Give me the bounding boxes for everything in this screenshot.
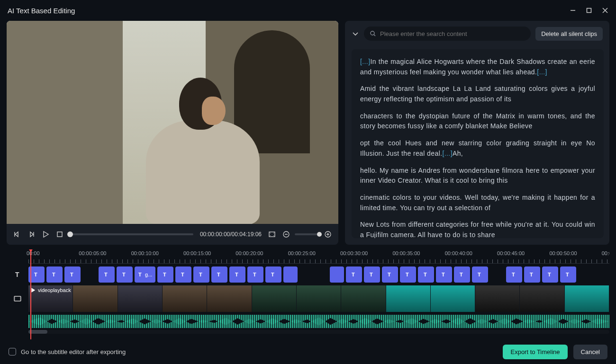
transcript-panel: Delete all silent clips [...]In the magi… [345, 21, 609, 245]
transcript-line[interactable]: Ah, [453, 150, 463, 157]
zoom-in-icon[interactable] [324, 231, 332, 238]
ruler-label: 00:00:30:00 [340, 250, 368, 256]
ellipsis-marker: [...] [537, 68, 547, 76]
text-clip[interactable]: T [117, 266, 133, 283]
text-clip-gap [490, 266, 504, 283]
chevron-down-icon[interactable] [352, 30, 359, 37]
delete-silent-button[interactable]: Delete all silent clips [535, 27, 603, 41]
ruler-label: 00:00 [27, 250, 40, 256]
text-clip[interactable]: T [229, 266, 245, 283]
transcript-line[interactable]: hello. My name is Andres from wondershar… [360, 166, 595, 186]
text-clip[interactable]: T [46, 266, 63, 283]
svg-rect-48 [14, 296, 21, 301]
text-clip[interactable]: T [400, 266, 416, 283]
text-clip[interactable]: T [346, 266, 362, 283]
text-clip[interactable]: T [454, 266, 470, 283]
text-clip[interactable]: T [524, 266, 540, 283]
play-icon[interactable] [42, 231, 49, 238]
svg-text:T: T [217, 272, 220, 277]
svg-text:T: T [199, 272, 202, 277]
text-clip[interactable]: T [211, 266, 227, 283]
transcript-line[interactable]: opt the cool Hues and new starring color… [360, 139, 595, 157]
stop-icon[interactable] [56, 231, 63, 238]
transcript-line[interactable]: In the magical Alice Hogwarts where the … [360, 58, 595, 76]
ruler-label: 00:00:10:00 [131, 250, 159, 256]
video-clip[interactable]: videoplayback [28, 285, 609, 312]
text-clip[interactable]: T [436, 266, 452, 283]
zoom-out-icon[interactable] [282, 231, 290, 238]
video-track-icon [7, 285, 28, 312]
text-clip[interactable]: T [382, 266, 398, 283]
ruler-label: 00:00:45:00 [497, 250, 525, 256]
svg-line-13 [270, 235, 271, 236]
cancel-button[interactable]: Cancel [573, 345, 607, 359]
timeline-panel: 00:00 00:00:05:00 00:00:10:00 00:00:15:0… [7, 249, 609, 339]
svg-marker-4 [15, 232, 18, 237]
svg-text:T: T [235, 272, 238, 277]
ellipsis-marker: [...] [442, 150, 452, 157]
text-clip[interactable]: Tg... [135, 266, 155, 283]
text-clip-gap [82, 266, 97, 283]
transcript-line[interactable]: cinematic colors to your videos. Well to… [360, 193, 595, 213]
transcript-line[interactable]: characters to the dystopian future of th… [360, 111, 595, 132]
timeline-ruler[interactable]: 00:00 00:00:05:00 00:00:10:00 00:00:15:0… [28, 249, 609, 264]
prev-frame-icon[interactable] [13, 231, 21, 238]
zoom-slider[interactable] [295, 233, 319, 235]
ruler-label: 00:00:25:00 [288, 250, 316, 256]
next-frame-icon[interactable] [27, 231, 35, 238]
svg-text:T: T [138, 272, 142, 277]
svg-rect-50 [20, 296, 21, 301]
transcript-header: Delete all silent clips [345, 21, 609, 46]
text-clip[interactable]: T [265, 266, 281, 283]
svg-text:T: T [512, 272, 515, 277]
text-clip[interactable]: T [99, 266, 115, 283]
video-clip-label: videoplayback [30, 287, 71, 293]
svg-text:T: T [406, 272, 409, 277]
progress-slider[interactable] [70, 233, 193, 235]
ruler-label: 00:00:20:00 [236, 250, 263, 256]
text-track: T T T T T T Tg... T T T T T T T T T T T … [7, 266, 609, 283]
text-clip[interactable]: T [418, 266, 434, 283]
text-clip[interactable]: T [64, 266, 81, 283]
text-clip[interactable]: T [157, 266, 173, 283]
svg-text:T: T [530, 272, 533, 277]
subtitle-editor-checkbox[interactable] [9, 348, 16, 355]
search-box[interactable] [364, 27, 531, 41]
text-clip[interactable]: T [472, 266, 488, 283]
text-clip[interactable]: T [506, 266, 522, 283]
text-clip[interactable] [283, 266, 298, 283]
export-button[interactable]: Export to Timeline [503, 345, 567, 359]
text-clip[interactable]: T [560, 266, 576, 283]
svg-text:T: T [163, 272, 166, 277]
svg-text:T: T [122, 272, 126, 277]
audio-waveform[interactable] [28, 315, 609, 328]
timeline-scrollbar[interactable] [28, 330, 609, 334]
svg-marker-6 [30, 232, 33, 237]
svg-text:T: T [70, 272, 73, 277]
transcript-line[interactable]: New Lots from different categories for f… [360, 220, 595, 238]
transcript-body[interactable]: [...]In the magical Alice Hogwarts where… [352, 49, 604, 238]
video-preview[interactable] [7, 21, 338, 224]
text-clip[interactable]: T [193, 266, 209, 283]
svg-line-14 [273, 235, 274, 236]
video-track: videoplayback [7, 285, 609, 312]
main-area: 00:00:00:00/00:04:19:06 Delete all silen… [0, 21, 616, 245]
text-clip[interactable]: T [364, 266, 380, 283]
minimize-icon[interactable] [570, 7, 576, 14]
text-clip[interactable]: T [542, 266, 558, 283]
playhead[interactable] [30, 249, 31, 339]
svg-line-11 [270, 233, 271, 234]
search-input[interactable] [380, 30, 525, 37]
text-clip[interactable]: T [247, 266, 263, 283]
fit-screen-icon[interactable] [268, 231, 276, 238]
text-clip[interactable]: T [175, 266, 191, 283]
ruler-label: 00:00:55:0 [602, 250, 609, 256]
text-track-icon: T [7, 266, 28, 283]
text-clip[interactable] [330, 266, 344, 283]
svg-text:T: T [566, 272, 569, 277]
ruler-label: 00:00:05:00 [79, 250, 106, 256]
close-icon[interactable] [602, 7, 608, 14]
svg-text:T: T [548, 272, 551, 277]
maximize-icon[interactable] [586, 7, 592, 14]
transcript-line[interactable]: Amid the vibrant landscape La La Land sa… [360, 84, 595, 104]
